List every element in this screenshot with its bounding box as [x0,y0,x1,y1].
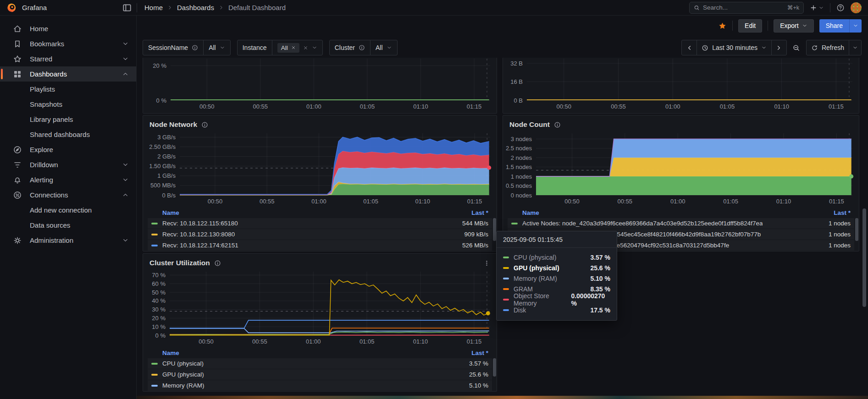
panel-menu-icon[interactable] [483,260,490,267]
sidebar-item-chevron-icon[interactable] [122,176,129,183]
sidebar-item-chevron-icon[interactable] [122,222,129,229]
legend-name-header[interactable]: Name [162,350,179,356]
filter-instance-value[interactable]: All [272,40,323,55]
legend-name-header[interactable]: Name [162,209,179,216]
sidebar-item-label: Library panels [30,115,73,123]
legend-name-header[interactable]: Name [522,209,539,216]
sidebar-item-chevron-icon[interactable] [122,191,129,198]
sidebar-item[interactable]: Shared dashboards [0,127,136,142]
info-icon[interactable] [201,121,208,128]
edit-label: Edit [745,22,756,29]
sidebar-item[interactable]: Playlists [0,82,136,97]
sidebar-item[interactable]: Dashboards [0,66,136,82]
sidebar-item[interactable]: Connections [0,187,136,202]
svg-text:01:15: 01:15 [467,103,482,110]
sidebar-item[interactable]: Explore [0,142,136,157]
info-icon[interactable] [359,44,365,51]
time-zoom-out-button[interactable] [790,40,803,55]
legend-row[interactable]: CPU (physical) 3.57 % [148,358,492,369]
panel-title[interactable]: Node Network [149,120,197,129]
sidebar-item-chevron-icon[interactable] [122,116,129,123]
sidebar-item[interactable]: Home [0,21,136,36]
legend-last-header[interactable]: Last * [471,350,488,356]
info-icon[interactable] [214,260,221,267]
refresh-interval-button[interactable] [849,40,862,55]
partial-right-chart[interactable]: 32 B16 B0 B00:5000:5501:0001:0501:1001:1… [503,58,859,113]
dashboard-scrollbar[interactable] [862,58,866,396]
help-icon[interactable] [836,4,845,12]
node-network-chart[interactable]: 3 GB/s2.50 GB/s2 GB/s1.50 GB/s1 GB/s500 … [143,130,497,207]
filter-sessionname-value[interactable]: All [203,40,231,55]
legend-last-header[interactable]: Last * [834,209,851,216]
sidebar-item-chevron-icon[interactable] [122,55,129,62]
share-button[interactable]: Share [819,19,849,33]
search-box[interactable]: ⌘+k [689,2,804,14]
close-icon[interactable] [291,45,296,50]
new-button[interactable] [810,4,824,11]
breadcrumb-dashboards[interactable]: Dashboards [177,4,214,11]
sidebar-item[interactable]: Bookmarks [0,36,136,51]
sidebar-item-chevron-icon[interactable] [122,40,129,47]
svg-text:01:10: 01:10 [413,103,428,110]
sidebar-item-chevron-icon[interactable] [122,25,129,32]
legend-row[interactable]: Recv: 10.18.122.130:8080 909 kB/s [148,229,492,240]
clock-icon [702,44,708,51]
node-count-chart[interactable]: 3 nodes2.5 nodes2 nodes1.5 nodes1 nodes0… [503,130,859,207]
time-forward-button[interactable] [771,40,787,55]
sidebar-item[interactable]: Starred [0,51,136,66]
svg-text:01:10: 01:10 [415,198,431,205]
svg-text:00:55: 00:55 [260,198,275,205]
legend-row[interactable]: GPU (physical) 25.6 % [148,369,492,380]
tooltip-rows: CPU (physical) 3.57 % GPU (physical) 25.… [497,248,617,320]
filter-cluster-value[interactable]: All [370,40,398,55]
panel-title[interactable]: Cluster Utilization [149,259,210,267]
info-icon[interactable] [554,121,561,128]
refresh-button[interactable]: Refresh [806,40,849,55]
sidebar-item[interactable]: Library panels [0,112,136,127]
sidebar-item-chevron-icon[interactable] [122,161,129,168]
breadcrumb-home[interactable]: Home [144,4,163,11]
edit-button[interactable]: Edit [738,19,762,33]
sidebar-item-chevron-icon[interactable] [122,86,129,93]
sidebar-item[interactable]: Drilldown [0,157,136,172]
time-back-button[interactable] [681,40,697,55]
legend-scrollbar[interactable] [493,218,496,241]
legend-row[interactable]: Recv: 10.18.122.115:65180 544 MB/s [148,218,492,229]
legend-row[interactable]: Recv: 10.18.122.174:62151 526 MB/s [148,240,492,251]
sidebar-item[interactable]: Alerting [0,172,136,187]
scrollbar-thumb[interactable] [862,208,866,307]
sidebar-item-chevron-icon[interactable] [122,71,129,77]
legend-last-header[interactable]: Last * [471,209,488,216]
cluster-utilization-chart[interactable]: 70 %60 %50 %40 %30 %20 %10 %0 %00:5000:5… [143,268,497,347]
share-menu-button[interactable] [849,19,862,33]
legend-row[interactable]: Memory (RAM) 5.10 % [148,380,492,391]
favorite-star-icon[interactable] [718,22,727,30]
sidebar-item-chevron-icon[interactable] [122,237,129,244]
sidebar-item-icon [13,236,22,245]
sidebar-item[interactable]: Administration [0,233,136,248]
sidebar-toggle-icon[interactable] [122,3,132,13]
sidebar-item[interactable]: Add new connection [0,202,136,218]
user-avatar[interactable] [851,2,862,13]
export-button[interactable]: Export [774,19,813,33]
sidebar-item-chevron-icon[interactable] [122,131,129,138]
sidebar-item[interactable]: Snapshots [0,97,136,112]
chevron-down-icon [761,45,767,50]
legend-scrollbar[interactable] [855,218,858,241]
info-icon[interactable] [192,44,198,51]
sidebar-item[interactable]: Data sources [0,218,136,233]
grafana-logo-icon[interactable] [6,3,17,13]
filter-instance-tag[interactable]: All [277,43,299,53]
panel-title[interactable]: Node Count [509,120,550,129]
search-input[interactable] [703,4,784,11]
series-name: CPU (physical) [162,360,204,367]
legend-row[interactable]: Active Nodes: node_420a3d949f6cee869366d… [508,218,854,229]
sidebar-item-chevron-icon[interactable] [122,207,129,213]
clear-filter-icon[interactable] [303,45,308,50]
sidebar-item-chevron-icon[interactable] [122,146,129,153]
partial-left-chart[interactable]: 20 %0 %00:5000:5501:0001:0501:1001:15 [143,58,497,113]
svg-text:32 B: 32 B [510,60,523,67]
legend-scrollbar[interactable] [493,358,496,377]
time-range-picker[interactable]: Last 30 minutes [697,40,772,55]
sidebar-item-chevron-icon[interactable] [122,101,129,108]
